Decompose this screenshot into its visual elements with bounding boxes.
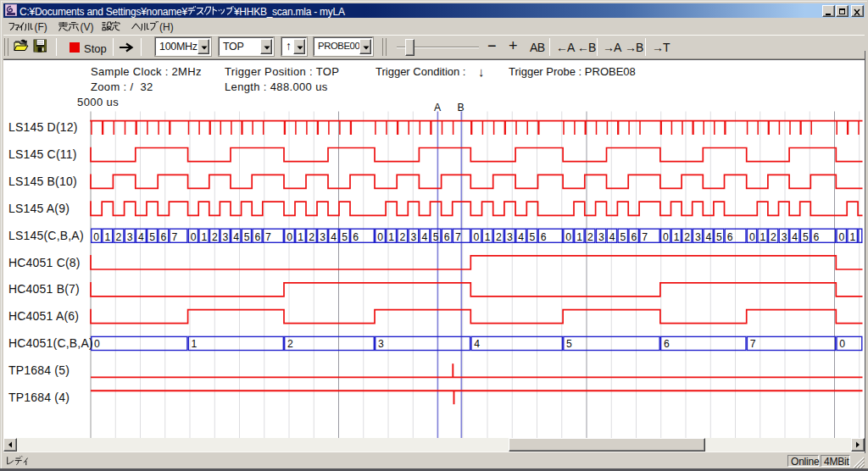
svg-text:6: 6 (631, 231, 637, 243)
svg-text:4: 4 (331, 231, 337, 243)
svg-text:4: 4 (422, 231, 428, 243)
svg-text:7: 7 (642, 231, 648, 243)
svg-text:TP1684 (4): TP1684 (4) (8, 391, 70, 404)
svg-text:LS145 C(11): LS145 C(11) (8, 147, 77, 161)
svg-text:3: 3 (127, 231, 133, 243)
svg-text:3: 3 (507, 231, 513, 243)
svg-text:7: 7 (265, 231, 271, 243)
svg-text:1: 1 (201, 231, 207, 243)
svg-text:2: 2 (496, 231, 502, 243)
svg-text:2: 2 (116, 231, 122, 243)
svg-text:0: 0 (191, 231, 197, 243)
svg-text:0: 0 (663, 231, 669, 243)
svg-text:TP1684 (5): TP1684 (5) (8, 363, 70, 377)
svg-text:5: 5 (530, 231, 536, 243)
svg-text:4: 4 (609, 231, 615, 243)
svg-text:6: 6 (160, 231, 166, 243)
svg-text:3: 3 (411, 231, 417, 243)
svg-text:5: 5 (620, 231, 626, 243)
svg-text:0: 0 (287, 231, 292, 243)
svg-text:2: 2 (771, 231, 776, 243)
svg-text:1: 1 (485, 231, 491, 243)
svg-text:2: 2 (212, 231, 218, 243)
svg-text:2: 2 (399, 231, 405, 243)
svg-text:5: 5 (244, 231, 250, 243)
svg-text:5: 5 (433, 231, 439, 243)
svg-text:3: 3 (695, 231, 701, 243)
svg-text:B: B (458, 102, 465, 114)
svg-text:0: 0 (839, 338, 845, 350)
svg-text:6: 6 (444, 231, 450, 243)
svg-text:1: 1 (674, 231, 680, 243)
svg-text:5: 5 (803, 231, 809, 243)
svg-text:5: 5 (566, 338, 572, 350)
svg-text:0: 0 (94, 338, 100, 350)
svg-text:4: 4 (138, 231, 144, 243)
svg-text:HC4051 C(8): HC4051 C(8) (8, 256, 81, 269)
svg-text:A: A (434, 102, 442, 114)
svg-text:5: 5 (149, 231, 155, 243)
svg-text:HC4051(C,B,A): HC4051(C,B,A) (8, 336, 93, 350)
svg-text:3: 3 (598, 231, 604, 243)
svg-text:1: 1 (104, 231, 110, 243)
svg-text:1: 1 (760, 231, 766, 243)
svg-text:1: 1 (388, 231, 394, 243)
svg-text:7: 7 (172, 231, 178, 243)
svg-text:1: 1 (576, 231, 582, 243)
svg-text:6: 6 (254, 231, 260, 243)
svg-text:4: 4 (706, 231, 712, 243)
svg-text:3: 3 (320, 231, 326, 243)
svg-text:0: 0 (839, 231, 845, 243)
svg-text:6: 6 (541, 231, 547, 243)
svg-text:7: 7 (455, 231, 461, 243)
svg-text:HC4051 A(6): HC4051 A(6) (8, 309, 79, 323)
svg-text:4: 4 (518, 231, 524, 243)
svg-text:1: 1 (298, 231, 303, 243)
svg-text:2: 2 (309, 231, 314, 243)
svg-text:2: 2 (684, 231, 690, 243)
svg-text:3: 3 (223, 231, 229, 243)
svg-text:LS145 D(12): LS145 D(12) (8, 120, 78, 134)
svg-text:1: 1 (849, 231, 855, 243)
svg-text:LS145(C,B,A): LS145(C,B,A) (8, 229, 84, 242)
svg-text:0: 0 (474, 231, 480, 243)
svg-text:3: 3 (378, 338, 384, 350)
svg-text:0: 0 (749, 231, 755, 243)
svg-text:6: 6 (727, 231, 733, 243)
svg-text:4: 4 (474, 338, 480, 350)
svg-text:6: 6 (664, 338, 670, 350)
svg-text:4: 4 (233, 231, 239, 243)
svg-text:2: 2 (587, 231, 593, 243)
svg-text:5: 5 (342, 231, 348, 243)
svg-text:2: 2 (287, 338, 293, 350)
svg-text:0: 0 (377, 231, 383, 243)
svg-text:5: 5 (716, 231, 722, 243)
svg-text:3: 3 (782, 231, 787, 243)
svg-text:LS145 B(10): LS145 B(10) (8, 175, 77, 188)
svg-text:HC4051 B(7): HC4051 B(7) (8, 282, 80, 296)
svg-text:7: 7 (750, 338, 756, 350)
svg-text:6: 6 (353, 231, 359, 243)
svg-text:6: 6 (814, 231, 820, 243)
svg-text:1: 1 (192, 338, 198, 350)
svg-text:0: 0 (565, 231, 571, 243)
svg-text:LS145 A(9): LS145 A(9) (8, 202, 70, 215)
svg-text:4: 4 (792, 231, 798, 243)
svg-text:0: 0 (93, 231, 99, 243)
